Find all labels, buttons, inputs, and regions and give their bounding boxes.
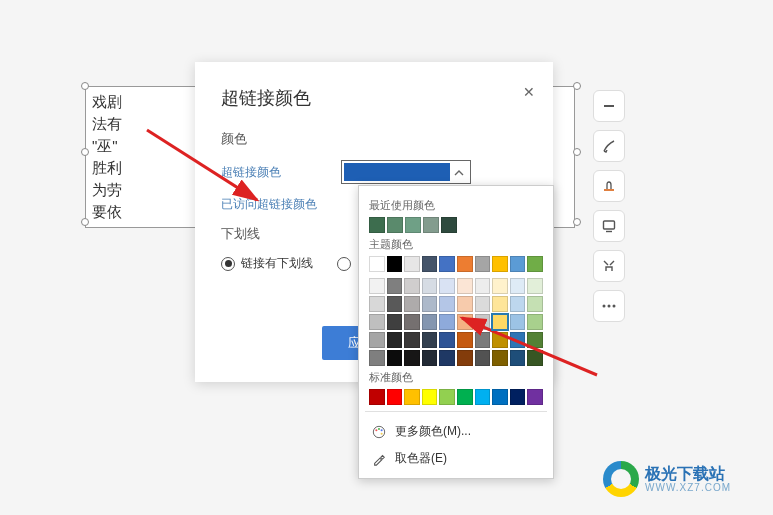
color-cell[interactable] bbox=[387, 278, 403, 294]
stamp-button[interactable] bbox=[593, 170, 625, 202]
color-cell[interactable] bbox=[492, 278, 508, 294]
color-cell[interactable] bbox=[422, 389, 438, 405]
color-cell[interactable] bbox=[457, 332, 473, 348]
color-cell[interactable] bbox=[527, 296, 543, 312]
color-cell[interactable] bbox=[422, 350, 438, 366]
color-cell[interactable] bbox=[405, 217, 421, 233]
color-cell[interactable] bbox=[510, 350, 526, 366]
color-cell[interactable] bbox=[369, 332, 385, 348]
color-cell[interactable] bbox=[404, 389, 420, 405]
color-cell[interactable] bbox=[387, 332, 403, 348]
color-cell[interactable] bbox=[369, 314, 385, 330]
radio-with-underline[interactable]: 链接有下划线 bbox=[221, 255, 313, 272]
color-cell[interactable] bbox=[422, 256, 438, 272]
color-cell[interactable] bbox=[439, 314, 455, 330]
resize-handle[interactable] bbox=[573, 218, 581, 226]
screen-button[interactable] bbox=[593, 210, 625, 242]
color-cell[interactable] bbox=[404, 314, 420, 330]
color-cell[interactable] bbox=[492, 296, 508, 312]
color-cell[interactable] bbox=[475, 256, 491, 272]
color-cell[interactable] bbox=[439, 389, 455, 405]
color-cell[interactable] bbox=[404, 350, 420, 366]
color-cell[interactable] bbox=[387, 350, 403, 366]
color-cell[interactable] bbox=[422, 332, 438, 348]
color-cell[interactable] bbox=[475, 389, 491, 405]
radio-without-underline[interactable] bbox=[337, 255, 351, 272]
svg-point-10 bbox=[608, 305, 611, 308]
color-cell[interactable] bbox=[457, 296, 473, 312]
color-cell[interactable] bbox=[527, 332, 543, 348]
color-cell[interactable] bbox=[475, 278, 491, 294]
color-cell[interactable] bbox=[527, 314, 543, 330]
color-cell[interactable] bbox=[492, 389, 508, 405]
resize-handle[interactable] bbox=[573, 82, 581, 90]
color-cell[interactable] bbox=[510, 256, 526, 272]
color-cell[interactable] bbox=[475, 350, 491, 366]
svg-point-1 bbox=[375, 429, 377, 431]
resize-handle[interactable] bbox=[81, 218, 89, 226]
color-cell[interactable] bbox=[369, 296, 385, 312]
brush-button[interactable] bbox=[593, 130, 625, 162]
color-cell[interactable] bbox=[527, 256, 543, 272]
color-cell[interactable] bbox=[369, 256, 385, 272]
more-colors-button[interactable]: 更多颜色(M)... bbox=[369, 418, 543, 445]
color-cell[interactable] bbox=[369, 350, 385, 366]
more-button[interactable] bbox=[593, 290, 625, 322]
resize-handle[interactable] bbox=[81, 148, 89, 156]
hyperlink-color-select[interactable] bbox=[341, 160, 471, 184]
color-cell[interactable] bbox=[387, 296, 403, 312]
color-cell[interactable] bbox=[457, 389, 473, 405]
color-cell[interactable] bbox=[369, 278, 385, 294]
standard-colors-heading: 标准颜色 bbox=[369, 370, 543, 385]
color-cell[interactable] bbox=[457, 350, 473, 366]
color-cell[interactable] bbox=[387, 256, 403, 272]
color-cell[interactable] bbox=[457, 256, 473, 272]
color-cell[interactable] bbox=[404, 278, 420, 294]
color-cell[interactable] bbox=[439, 278, 455, 294]
zoom-out-button[interactable] bbox=[593, 90, 625, 122]
logo-icon bbox=[603, 461, 639, 497]
color-cell[interactable] bbox=[510, 389, 526, 405]
color-cell[interactable] bbox=[369, 389, 385, 405]
color-cell[interactable] bbox=[527, 350, 543, 366]
color-cell[interactable] bbox=[422, 314, 438, 330]
color-cell[interactable] bbox=[404, 256, 420, 272]
color-cell[interactable] bbox=[422, 296, 438, 312]
resize-handle[interactable] bbox=[81, 82, 89, 90]
theme-colors-heading: 主题颜色 bbox=[369, 237, 543, 252]
color-cell[interactable] bbox=[387, 389, 403, 405]
color-cell[interactable] bbox=[527, 278, 543, 294]
color-cell[interactable] bbox=[441, 217, 457, 233]
color-cell[interactable] bbox=[457, 314, 473, 330]
color-cell[interactable] bbox=[492, 332, 508, 348]
color-cell[interactable] bbox=[492, 314, 508, 330]
color-cell[interactable] bbox=[510, 296, 526, 312]
color-cell[interactable] bbox=[492, 256, 508, 272]
color-cell[interactable] bbox=[369, 217, 385, 233]
color-cell[interactable] bbox=[423, 217, 439, 233]
color-cell[interactable] bbox=[404, 296, 420, 312]
color-cell[interactable] bbox=[475, 314, 491, 330]
color-cell[interactable] bbox=[439, 332, 455, 348]
color-cell[interactable] bbox=[387, 314, 403, 330]
tools-button[interactable] bbox=[593, 250, 625, 282]
color-cell[interactable] bbox=[457, 278, 473, 294]
color-cell[interactable] bbox=[510, 332, 526, 348]
color-cell[interactable] bbox=[404, 332, 420, 348]
color-cell[interactable] bbox=[527, 389, 543, 405]
resize-handle[interactable] bbox=[573, 148, 581, 156]
close-button[interactable]: ✕ bbox=[523, 84, 535, 100]
color-cell[interactable] bbox=[387, 217, 403, 233]
eyedropper-button[interactable]: 取色器(E) bbox=[369, 445, 543, 472]
color-cell[interactable] bbox=[510, 278, 526, 294]
color-cell[interactable] bbox=[492, 350, 508, 366]
color-cell[interactable] bbox=[439, 296, 455, 312]
color-cell[interactable] bbox=[439, 256, 455, 272]
color-cell[interactable] bbox=[475, 296, 491, 312]
color-cell[interactable] bbox=[510, 314, 526, 330]
color-picker-popup: 最近使用颜色 主题颜色 标准颜色 更多颜色(M)... 取色器(E) bbox=[358, 185, 554, 479]
watermark-logo: 极光下载站 WWW.XZ7.COM bbox=[603, 461, 731, 497]
color-cell[interactable] bbox=[422, 278, 438, 294]
color-cell[interactable] bbox=[475, 332, 491, 348]
color-cell[interactable] bbox=[439, 350, 455, 366]
